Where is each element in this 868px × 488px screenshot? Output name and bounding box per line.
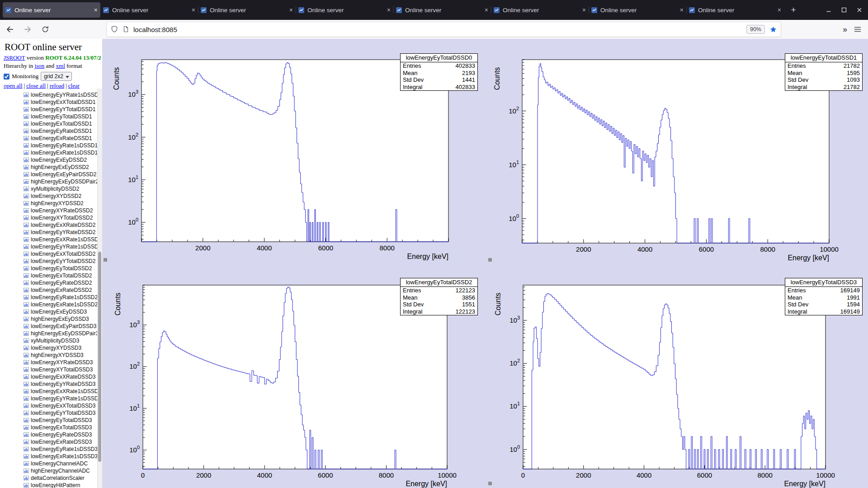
reload-button[interactable] <box>38 22 53 37</box>
tab-close-icon[interactable]: × <box>192 6 195 14</box>
xml-link[interactable]: xml <box>56 62 65 69</box>
stats-box[interactable]: lowEnergyEyTotalDSSD1 Entries21782Mean15… <box>785 53 863 91</box>
tree-item[interactable]: lowEnergyExRate1sDSSD3 <box>24 453 102 460</box>
close-all-link[interactable]: close all <box>26 82 46 89</box>
tree-item[interactable]: lowEnergyEyTotalDSSD1 <box>24 113 102 120</box>
tree-item[interactable]: lowEnergyEyTotalDSSD3 <box>24 417 102 424</box>
tree-item[interactable]: lowEnergyEyRateDSSD1 <box>24 127 102 135</box>
grid-resize-handle[interactable] <box>104 258 107 262</box>
tree-item[interactable]: lowEnergyEyRateDSSD2 <box>24 279 102 286</box>
tree-item[interactable]: highEnergyXYDSSD3 <box>24 352 102 359</box>
tree-item[interactable]: lowEnergyXYDSSD3 <box>24 344 102 352</box>
tab-close-icon[interactable]: × <box>289 6 293 14</box>
tree-item[interactable]: xyMultiplicityDSSD3 <box>24 337 102 344</box>
tree-item[interactable]: lowEnergyXYTotalDSSD3 <box>24 366 102 373</box>
url-text[interactable]: localhost:8085 <box>133 26 177 33</box>
tree-item[interactable]: lowEnergyXYDSSD2 <box>24 192 102 200</box>
open-all-link[interactable]: open all <box>4 82 23 89</box>
tab-close-icon[interactable]: × <box>680 6 684 14</box>
tree-item[interactable]: lowEnergyExRateDSSD2 <box>24 286 102 294</box>
tree-item[interactable]: lowEnergyExXRate1sDSSD2 <box>24 236 102 243</box>
tree-item[interactable]: lowEnergyEyRate1sDSSD3 <box>24 446 102 453</box>
tree-item[interactable]: lowEnergyEyYRate1sDSSD2 <box>24 243 102 250</box>
tree-item[interactable]: lowEnergyExEyDSSD2 <box>24 156 102 164</box>
stats-box[interactable]: lowEnergyEyTotalDSSD0 Entries402833Mean2… <box>400 53 478 91</box>
tree-item[interactable]: lowEnergyExRateDSSD3 <box>24 438 102 446</box>
tree-item[interactable]: lowEnergyExEyDSSD3 <box>24 308 102 315</box>
shield-icon[interactable] <box>110 25 118 33</box>
tab-close-icon[interactable]: × <box>485 6 488 14</box>
tree-item[interactable]: highEnergyExEyDSSD3 <box>24 315 102 323</box>
browser-tab[interactable]: Online server × <box>686 2 784 18</box>
browser-tab[interactable]: Online server × <box>589 2 686 18</box>
page-info-icon[interactable] <box>122 25 130 33</box>
tree-item[interactable]: lowEnergyEyYTotalDSSD3 <box>24 409 102 417</box>
tree-item[interactable]: lowEnergyExTotalDSSD3 <box>24 424 102 431</box>
toolbar-overflow-icon[interactable]: » <box>843 25 847 34</box>
tree-item[interactable]: xyMultiplicityDSSD2 <box>24 185 102 192</box>
json-link[interactable]: json <box>35 62 45 69</box>
tree-item[interactable]: lowEnergyExRate1sDSSD1 <box>24 149 102 156</box>
tree-item[interactable]: highEnergyChannelADC <box>24 467 102 474</box>
new-tab-button[interactable]: + <box>787 3 800 17</box>
tree-item[interactable]: lowEnergyEyYTotalDSSD1 <box>24 106 102 113</box>
reload-link[interactable]: reload <box>50 82 64 89</box>
tab-close-icon[interactable]: × <box>778 6 781 14</box>
tree-item[interactable]: highEnergyExEyDSSD2 <box>24 164 102 171</box>
tree-item[interactable]: lowEnergyExRate1sDSSD2 <box>24 301 102 308</box>
browser-tab[interactable]: Online server × <box>100 2 198 18</box>
tree-item[interactable]: lowEnergyXYRateDSSD3 <box>24 359 102 366</box>
tree-item[interactable]: lowEnergyExTotalDSSD2 <box>24 272 102 279</box>
tab-close-icon[interactable]: × <box>387 6 391 14</box>
clear-link[interactable]: clear <box>68 82 80 89</box>
monitoring-checkbox[interactable] <box>4 74 9 80</box>
browser-tab[interactable]: Online server × <box>198 2 296 18</box>
tree-item[interactable]: lowEnergyEyRate1sDSSD1 <box>24 142 102 149</box>
forward-button[interactable] <box>20 22 35 37</box>
tab-close-icon[interactable]: × <box>582 6 586 14</box>
tree-item[interactable]: lowEnergyEyYRate1sDSSD3 <box>24 395 102 402</box>
tree-item[interactable]: lowEnergyExXRateDSSD2 <box>24 221 102 229</box>
browser-tab[interactable]: Online server × <box>393 2 491 18</box>
browser-tab[interactable]: Online server × <box>491 2 589 18</box>
zoom-indicator[interactable]: 90% <box>746 25 765 34</box>
tree-item[interactable]: highEnergyExEyDSSDPair2 <box>24 178 102 185</box>
tree-item[interactable]: lowEnergyExRateDSSD1 <box>24 135 102 142</box>
window-minimize-button[interactable] <box>821 0 836 20</box>
browser-tab[interactable]: Online server × <box>3 2 100 18</box>
url-bar[interactable]: localhost:8085 90% <box>106 22 781 37</box>
tab-close-icon[interactable]: × <box>94 6 98 14</box>
tree-item[interactable]: deltaCorrelationScaler <box>24 474 102 482</box>
tree-item[interactable]: lowEnergyXYTotalDSSD2 <box>24 214 102 221</box>
tree-item[interactable]: lowEnergyExXTotalDSSD3 <box>24 402 102 409</box>
tree-item[interactable]: lowEnergyChannelADC <box>24 460 102 467</box>
stats-box[interactable]: lowEnergyEyTotalDSSD3 Entries169149Mean1… <box>785 278 863 315</box>
tree-item[interactable]: lowEnergyExXRateDSSD3 <box>24 373 102 380</box>
scrollbar-thumb[interactable] <box>98 252 101 462</box>
tree-item[interactable]: highEnergyXYDSSD2 <box>24 200 102 207</box>
layout-select[interactable]: grid 2x2 <box>41 72 72 81</box>
tree-item[interactable]: lowEnergyExXTotalDSSD2 <box>24 250 102 258</box>
tree-item[interactable]: lowEnergyEyRate1sDSSD2 <box>24 294 102 301</box>
menu-hamburger-icon[interactable] <box>854 25 862 33</box>
tree-item[interactable]: lowEnergyEyYRateDSSD2 <box>24 229 102 236</box>
grid-resize-handle[interactable] <box>488 258 492 262</box>
window-maximize-button[interactable] <box>836 0 852 20</box>
tree-item[interactable]: lowEnergyEyRateDSSD3 <box>24 431 102 438</box>
tree-item[interactable]: highEnergyExEyDSSDPair3 <box>24 330 102 337</box>
back-button[interactable] <box>2 22 18 37</box>
tree-item[interactable]: lowEnergyExEyPairDSSD2 <box>24 171 102 178</box>
grid-resize-handle[interactable] <box>488 482 492 485</box>
tree-item[interactable]: lowEnergyExTotalDSSD1 <box>24 120 102 127</box>
stats-box[interactable]: lowEnergyEyTotalDSSD2 Entries122123Mean3… <box>400 278 478 315</box>
tree-item[interactable]: lowEnergyEyYTotalDSSD2 <box>24 258 102 265</box>
tree-item[interactable]: lowEnergyExEyPairDSSD3 <box>24 323 102 330</box>
tree-item[interactable]: lowEnergyHitPattern <box>24 482 102 488</box>
tree-item[interactable]: lowEnergyEyYRateDSSD3 <box>24 380 102 388</box>
jsroot-link[interactable]: JSROOT <box>4 54 25 61</box>
tree-item[interactable]: lowEnergyXYRateDSSD2 <box>24 207 102 214</box>
scrollbar-track[interactable] <box>97 89 102 488</box>
browser-tab[interactable]: Online server × <box>296 2 393 18</box>
tree-item[interactable]: lowEnergyExXTotalDSSD1 <box>24 99 102 106</box>
tree-item[interactable]: lowEnergyEyTotalDSSD2 <box>24 265 102 272</box>
